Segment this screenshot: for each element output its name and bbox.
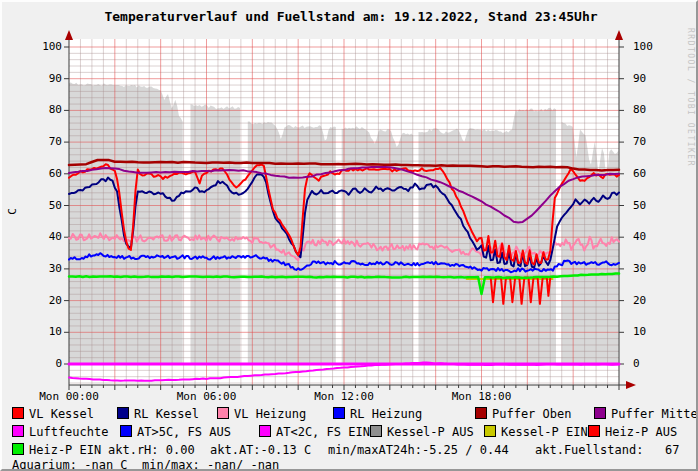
legend-swatch [333, 407, 345, 419]
y-axis-arrow-right [615, 30, 623, 40]
legend-item: VL Heizung [217, 407, 306, 421]
legend-item: Puffer Mitte [594, 407, 698, 421]
status-text: min/maxAT24h:-5.25 / 0.44 [328, 443, 509, 457]
y-tick-label-left: 80 [24, 104, 62, 116]
y-tick-label-right: 40 [633, 231, 671, 243]
y-tick-label-right: 90 [633, 73, 671, 85]
y-tick-label-left: 0 [24, 358, 62, 370]
status-text: Aquarium: -nan C min/max: -nan/ -nan [12, 458, 279, 471]
legend-item: Heiz-P EIN [12, 443, 101, 457]
status-text: akt.AT:-0.13 C [210, 443, 311, 457]
legend-item: RL Kessel [117, 407, 199, 421]
x-tick-label: Mon 12:00 [304, 391, 384, 403]
legend-item: Kessel-P AUS [370, 425, 474, 439]
y-tick-label-left: 70 [24, 136, 62, 148]
y-tick-label-left: 40 [24, 231, 62, 243]
x-tick-label: Mon 06:00 [167, 391, 247, 403]
rrd-graph-image: Temperaturverlauf und Fuellstand am: 19.… [0, 0, 698, 471]
legend-item: Luftfeuchte [12, 425, 108, 439]
legend-item: Kessel-P EIN [484, 425, 588, 439]
legend-item: AT>5C, FS AUS [120, 425, 231, 439]
y-tick-label-left: 100 [24, 41, 62, 53]
y-tick-label-right: 10 [633, 326, 671, 338]
legend-swatch [117, 407, 129, 419]
y-tick-label-left: 50 [24, 200, 62, 212]
y-tick-label-left: 90 [24, 73, 62, 85]
legend-swatch [484, 425, 496, 437]
y-tick-label-right: 80 [633, 104, 671, 116]
legend-item: Heiz-P AUS [588, 425, 677, 439]
y-tick-label-right: 60 [633, 168, 671, 180]
y-tick-label-left: 20 [24, 295, 62, 307]
y-tick-label-right: 70 [633, 136, 671, 148]
legend-swatch [588, 425, 600, 437]
legend-item: VL Kessel [12, 407, 94, 421]
y-axis-arrow-left [65, 30, 73, 40]
area-kessel-p-aus [191, 104, 241, 364]
legend-swatch [12, 425, 24, 437]
y-tick-label-right: 100 [633, 41, 671, 53]
legend-swatch [12, 407, 24, 419]
x-tick-label: Mon 00:00 [29, 391, 109, 403]
y-tick-label-right: 20 [633, 295, 671, 307]
y-tick-label-left: 10 [24, 326, 62, 338]
status-text: akt.Fuellstand: 67 [535, 443, 680, 457]
watermark: RRDTOOL / TOBI OETIKER [686, 28, 695, 167]
legend-swatch [12, 443, 24, 455]
y-tick-label-left: 30 [24, 263, 62, 275]
legend-swatch [475, 407, 487, 419]
y-tick-label-right: 50 [633, 200, 671, 212]
legend-item: AT<2C, FS EIN [259, 425, 370, 439]
y-tick-label-left: 60 [24, 168, 62, 180]
x-tick-label: Mon 18:00 [442, 391, 522, 403]
y-tick-label-right: 0 [633, 358, 671, 370]
legend-swatch [594, 407, 606, 419]
legend-swatch [370, 425, 382, 437]
x-axis-arrow [626, 381, 636, 389]
y-tick-label-right: 30 [633, 263, 671, 275]
legend-item: RL Heizung [333, 407, 422, 421]
legend-item: Puffer Oben [475, 407, 571, 421]
legend-swatch [217, 407, 229, 419]
legend-swatch [259, 425, 271, 437]
status-text: akt.rH: 0.00 [108, 443, 195, 457]
legend-swatch [120, 425, 132, 437]
